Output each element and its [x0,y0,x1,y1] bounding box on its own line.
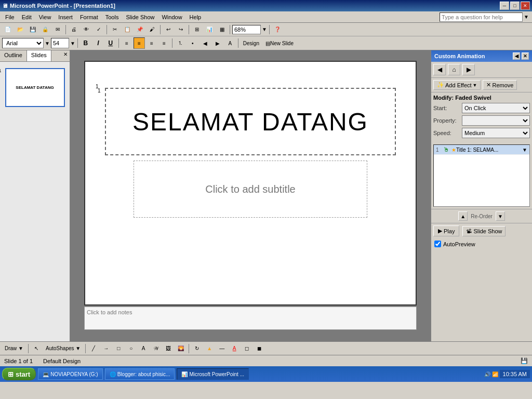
speed-select[interactable]: Medium [462,128,530,138]
remove-button[interactable]: ✕ Remove [483,80,517,90]
zoom-dropdown-icon[interactable]: ▼ [262,26,267,32]
menu-view[interactable]: View [36,13,55,21]
subtitle-textbox[interactable]: Click to add subtitle [134,161,367,218]
arrow-tool[interactable]: → [100,343,112,354]
animation-list-item[interactable]: 1 🖱 ★ Title 1: SELAMA... ▼ [434,145,529,155]
bold-button[interactable]: B [80,37,91,49]
numbering[interactable]: ⒈ [175,37,186,49]
play-button[interactable]: ▶ Play [433,225,459,236]
panel-nav-back[interactable]: ◀ [433,64,446,75]
rotate-tool[interactable]: ↻ [191,343,203,354]
select-button[interactable]: ↖ [31,343,42,354]
panel-nav-home[interactable]: ⌂ [448,64,460,75]
permission-button[interactable]: 🔒 [39,24,51,35]
email-button[interactable]: ✉ [52,24,63,35]
fill-color[interactable]: ▲ [204,343,215,354]
new-button[interactable]: 📄 [2,24,14,35]
taskbar-right: 🔊 📶 10:35 AM [484,370,530,378]
taskbar-item-blogger[interactable]: 🌐 Blogger: about phisic... [105,368,175,380]
autoshapes-button[interactable]: AutoShapes ▼ [43,343,83,354]
decrease-indent[interactable]: ◀ [200,37,211,49]
spell-button[interactable]: ✓ [93,24,104,35]
taskbar-item-powerpoint[interactable]: 📊 Microsoft PowerPoint ... [177,368,249,380]
align-left[interactable]: ≡ [121,37,132,49]
menu-tools[interactable]: Tools [102,13,122,21]
format-painter[interactable]: 🖌 [147,24,158,35]
oval-tool[interactable]: ○ [125,343,137,354]
slides-panel[interactable]: 1 SELAMAT DATANG [0,62,70,341]
picture-tool[interactable]: 🌄 [175,343,187,354]
slides-tab[interactable]: Slides [27,50,51,61]
design-button[interactable]: Design [241,37,262,49]
help-search-input[interactable] [440,12,523,22]
increase-indent[interactable]: ▶ [212,37,223,49]
autopreview-checkbox[interactable] [434,241,441,247]
start-select[interactable]: On Click [462,103,530,113]
zoom-input[interactable] [232,25,261,34]
italic-button[interactable]: I [92,37,104,49]
draw-button[interactable]: Draw ▼ [2,343,26,354]
panel-close-button[interactable]: ✕ [522,52,529,60]
paste-button[interactable]: 📌 [134,24,145,35]
menu-slideshow[interactable]: Slide Show [123,13,157,21]
property-select[interactable] [462,115,530,126]
panel-nav-forward[interactable]: ▶ [462,64,475,75]
justify[interactable]: ≡ [158,37,170,49]
panel-back-button[interactable]: ◀ [513,52,520,60]
wordart-tool[interactable]: 𝒲 [150,343,162,354]
cut-button[interactable]: ✂ [109,24,121,35]
slide-canvas[interactable]: 1 SELAMAT DATANG Click to add subtitle [84,61,417,305]
help-dropdown-icon[interactable]: ▼ [523,14,530,20]
align-center[interactable]: ≡ [134,37,145,49]
line-color[interactable]: — [216,343,228,354]
start-button[interactable]: ⊞ start [2,368,36,380]
taskbar-item-noviapoenya[interactable]: 💻 NOVIAPOENYA (G:) [38,368,103,380]
maximize-button[interactable]: □ [510,2,520,10]
textbox-tool[interactable]: A [138,343,149,354]
font-size-input[interactable] [51,38,69,48]
font-dropdown-icon[interactable]: ▼ [45,41,50,46]
menu-format[interactable]: Format [77,13,101,21]
insert-chart[interactable]: 📊 [204,24,215,35]
rect-tool[interactable]: □ [113,343,124,354]
preview-button[interactable]: 👁 [81,24,92,35]
save-button[interactable]: 💾 [27,24,38,35]
copy-button[interactable]: 📋 [122,24,133,35]
reorder-up-button[interactable]: ▲ [458,211,468,221]
anim-item-dropdown[interactable]: ▼ [522,147,527,153]
reorder-down-button[interactable]: ▼ [496,211,505,221]
insert-table[interactable]: ⊞ [191,24,203,35]
add-effect-button[interactable]: ✨ Add Effect ▼ [433,80,481,90]
clipart-tool[interactable]: 🖼 [163,343,174,354]
insert-grid[interactable]: ▦ [216,24,228,35]
bullets[interactable]: • [187,37,198,49]
underline-button[interactable]: U [105,37,116,49]
close-button[interactable]: ✕ [521,2,530,10]
print-button[interactable]: 🖨 [68,24,79,35]
menu-file[interactable]: File [2,13,18,21]
font-color2[interactable]: A [229,343,240,354]
undo-button[interactable]: ↩ [163,24,174,35]
font-color[interactable]: A [224,37,236,49]
menu-insert[interactable]: Insert [55,13,76,21]
slideshow-button[interactable]: 📽 Slide Show [462,226,506,236]
notes-input[interactable] [84,307,417,330]
menu-edit[interactable]: Edit [19,13,35,21]
slide-thumbnail[interactable]: SELAMAT DATANG [5,68,65,107]
align-right[interactable]: ≡ [146,37,157,49]
open-button[interactable]: 📂 [15,24,26,35]
redo-button[interactable]: ↪ [175,24,187,35]
menu-help[interactable]: Help [187,13,205,21]
help-button[interactable]: ❓ [272,24,283,35]
size-dropdown-icon[interactable]: ▼ [70,41,75,46]
menu-window[interactable]: Window [158,13,185,21]
minimize-button[interactable]: ─ [500,2,509,10]
outline-tab[interactable]: Outline [0,50,27,61]
title-textbox[interactable]: 1 SELAMAT DATANG [105,88,396,155]
new-slide-button[interactable]: ▤ New Slide [263,37,296,49]
shadow-button[interactable]: ◻ [241,343,252,354]
font-select[interactable]: Arial [2,38,44,48]
line-tool[interactable]: ╱ [88,343,99,354]
sidebar-close-button[interactable]: ✕ [61,50,70,61]
3d-button[interactable]: ◼ [254,343,265,354]
